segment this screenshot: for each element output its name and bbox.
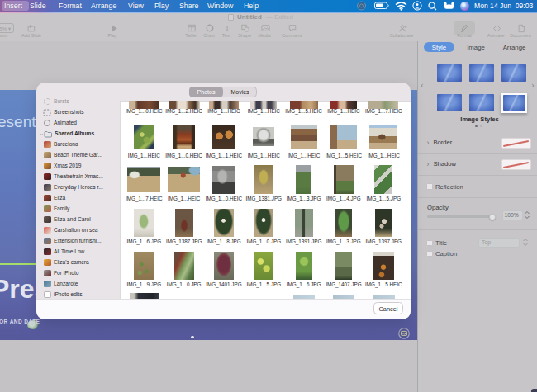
svg-text:T: T (225, 24, 230, 32)
